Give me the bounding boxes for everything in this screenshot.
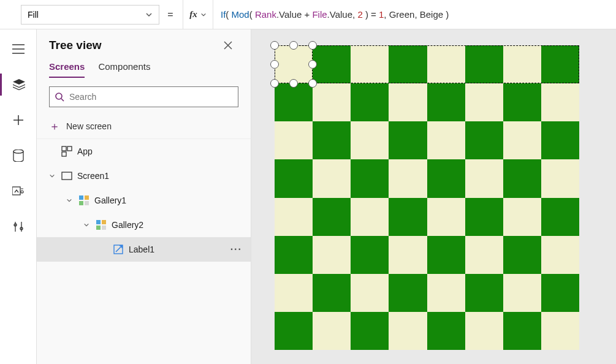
board-cell[interactable] (389, 274, 427, 312)
board-cell[interactable] (313, 121, 351, 159)
board-cell[interactable] (541, 83, 579, 121)
board-cell[interactable] (503, 45, 541, 83)
canvas[interactable] (251, 29, 616, 364)
database-icon (13, 150, 24, 162)
plus-icon (13, 115, 24, 126)
board-cell[interactable] (389, 198, 427, 236)
new-screen-button[interactable]: ＋ New screen (37, 113, 251, 139)
board-cell[interactable] (351, 198, 389, 236)
resize-handle[interactable] (270, 41, 279, 50)
board-cell[interactable] (313, 236, 351, 274)
tab-components[interactable]: Components (98, 61, 150, 78)
board-cell[interactable] (503, 236, 541, 274)
board-cell[interactable] (313, 159, 351, 197)
resize-handle[interactable] (308, 41, 317, 50)
advanced-button[interactable] (0, 216, 37, 238)
fx-button[interactable]: fx (183, 0, 213, 29)
board-cell[interactable] (427, 274, 465, 312)
board-cell[interactable] (465, 312, 503, 350)
fx-label: fx (189, 9, 197, 20)
board-cell[interactable] (389, 236, 427, 274)
board-cell[interactable] (541, 121, 579, 159)
board-cell[interactable] (427, 159, 465, 197)
board-cell[interactable] (275, 83, 313, 121)
more-button[interactable] (230, 244, 242, 255)
board-cell[interactable] (351, 236, 389, 274)
board-cell[interactable] (351, 83, 389, 121)
board-cell[interactable] (541, 274, 579, 312)
board-cell[interactable] (541, 198, 579, 236)
board-cell[interactable] (351, 159, 389, 197)
board-cell[interactable] (541, 159, 579, 197)
board-cell[interactable] (465, 121, 503, 159)
board-cell[interactable] (427, 198, 465, 236)
insert-button[interactable] (0, 109, 37, 131)
board-cell[interactable] (503, 159, 541, 197)
node-screen1[interactable]: Screen1 (37, 164, 251, 188)
board-cell[interactable] (275, 121, 313, 159)
formula-bar: Fill = fx If( Mod( Rank.Value + File.Val… (0, 0, 616, 29)
board-cell[interactable] (351, 312, 389, 350)
board-cell[interactable] (465, 198, 503, 236)
board-cell[interactable] (351, 121, 389, 159)
hamburger-button[interactable] (0, 38, 37, 60)
resize-handle[interactable] (289, 79, 298, 88)
board-cell[interactable] (427, 45, 465, 83)
board-cell[interactable] (389, 121, 427, 159)
board-cell[interactable] (503, 274, 541, 312)
board-cell[interactable] (503, 198, 541, 236)
media-button[interactable] (0, 180, 37, 202)
gallery-icon (96, 219, 107, 230)
resize-handle[interactable] (270, 79, 279, 88)
board-cell[interactable] (313, 274, 351, 312)
node-gallery1[interactable]: Gallery1 (37, 188, 251, 213)
board-cell[interactable] (275, 236, 313, 274)
board-cell[interactable] (541, 312, 579, 350)
data-button[interactable] (0, 145, 37, 167)
board-cell[interactable] (465, 83, 503, 121)
board-cell[interactable] (313, 312, 351, 350)
resize-handle[interactable] (270, 60, 279, 69)
board-cell[interactable] (541, 45, 579, 83)
resize-handle[interactable] (308, 79, 317, 88)
board-cell[interactable] (503, 121, 541, 159)
board-cell[interactable] (427, 312, 465, 350)
board-cell[interactable] (313, 45, 351, 83)
board-cell[interactable] (427, 236, 465, 274)
board-cell[interactable] (503, 83, 541, 121)
board-cell[interactable] (465, 274, 503, 312)
board-cell[interactable] (503, 312, 541, 350)
board-cell[interactable] (465, 45, 503, 83)
node-gallery2[interactable]: Gallery2 (37, 213, 251, 237)
board-cell[interactable] (275, 159, 313, 197)
board-cell[interactable] (275, 274, 313, 312)
search-input[interactable] (69, 92, 233, 102)
board-cell[interactable] (389, 312, 427, 350)
board-cell[interactable] (389, 83, 427, 121)
property-dropdown[interactable]: Fill (21, 5, 159, 25)
search-box[interactable] (49, 86, 238, 107)
resize-handle[interactable] (289, 41, 298, 50)
board-cell[interactable] (275, 45, 313, 83)
formula-input[interactable]: If( Mod( Rank.Value + File.Value, 2 ) = … (213, 0, 616, 29)
board-cell[interactable] (313, 83, 351, 121)
tree-view-button[interactable] (0, 74, 37, 96)
board-cell[interactable] (465, 236, 503, 274)
board-cell[interactable] (275, 198, 313, 236)
board-cell[interactable] (427, 121, 465, 159)
board-cell[interactable] (389, 159, 427, 197)
left-toolbar (0, 29, 37, 364)
node-app[interactable]: App (37, 139, 251, 164)
board-cell[interactable] (541, 236, 579, 274)
board-cell[interactable] (313, 198, 351, 236)
node-label1[interactable]: Label1 (37, 237, 251, 262)
board-cell[interactable] (351, 274, 389, 312)
board-cell[interactable] (427, 83, 465, 121)
close-panel-button[interactable] (218, 38, 238, 53)
resize-handle[interactable] (308, 60, 317, 69)
board-cell[interactable] (275, 312, 313, 350)
tab-screens[interactable]: Screens (49, 61, 85, 78)
board-cell[interactable] (351, 45, 389, 83)
board-cell[interactable] (389, 45, 427, 83)
board-cell[interactable] (465, 159, 503, 197)
